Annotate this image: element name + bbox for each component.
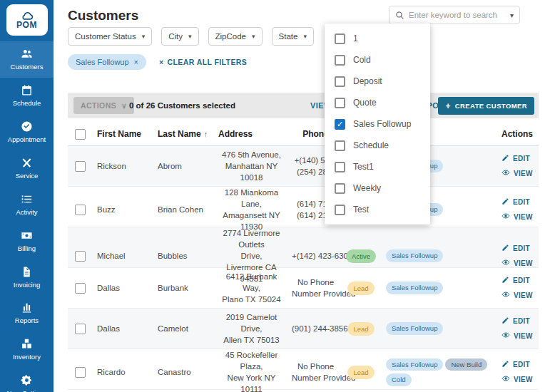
tag-chip: Cold <box>386 373 412 386</box>
filter-customer-status[interactable]: Customer Status ▾ <box>68 27 152 46</box>
cell-first-name: Dallas <box>93 324 153 333</box>
row-checkbox[interactable] <box>75 205 86 215</box>
edit-button[interactable]: EDIT <box>501 244 536 253</box>
view-row-button[interactable]: VIEW <box>501 374 536 384</box>
row-checkbox[interactable] <box>75 324 86 334</box>
view-row-button[interactable]: VIEW <box>501 331 536 341</box>
chevron-down-icon[interactable]: ▾ <box>510 11 514 19</box>
selection-count: 0 of 26 Customers selected <box>129 93 235 118</box>
cell-address: 2019 Camelot Drive,Allen TX 75013 <box>214 311 289 346</box>
search-icon <box>395 11 404 20</box>
edit-button[interactable]: EDIT <box>501 154 536 163</box>
caret-down-icon: ▾ <box>188 33 192 40</box>
edit-icon <box>501 154 509 163</box>
tag-option-deposit[interactable]: Deposit <box>325 71 430 92</box>
tag-chip: New Build <box>445 359 487 371</box>
tag-option-quote[interactable]: Quote <box>325 92 430 113</box>
sidebar-item-new-settings[interactable]: New Settings <box>0 368 54 392</box>
chevron-down-icon: ∨ <box>121 101 127 110</box>
filter-button-label: State <box>279 32 298 41</box>
create-customer-button[interactable]: + CREATE CUSTOMER <box>438 97 534 115</box>
view-row-button[interactable]: VIEW <box>501 290 536 300</box>
tag-chip: Sales Followup <box>386 359 443 371</box>
filter-zipcode[interactable]: ZipCode ▾ <box>208 27 263 46</box>
clear-all-filters-button[interactable]: × CLEAR ALL FILTERS <box>159 58 247 66</box>
cell-actions: EDIT VIEW <box>496 268 539 308</box>
tag-option-label: Test <box>353 205 369 215</box>
row-checkbox[interactable] <box>75 161 86 172</box>
tag-option-sales-followup[interactable]: ✓ Sales Followup <box>325 113 430 135</box>
view-row-button[interactable]: VIEW <box>501 212 536 222</box>
sidebar-item-label: Appointment <box>8 136 46 144</box>
tag-option-weekly[interactable]: Weekly <box>325 177 430 199</box>
invoice-icon <box>21 266 33 278</box>
edit-button[interactable]: EDIT <box>501 360 536 369</box>
tag-option-checkbox[interactable]: ✓ <box>335 119 345 130</box>
tag-option-checkbox[interactable] <box>335 162 345 172</box>
view-row-button[interactable]: VIEW <box>501 168 536 178</box>
filter-button-label: ZipCode <box>215 32 246 41</box>
sidebar-item-inventory[interactable]: Inventory <box>0 331 54 368</box>
toolbar: ACTIONS ∨ 0 of 26 Customers selected VIE… <box>68 93 539 118</box>
sidebar-item-appointment[interactable]: Appointment <box>0 114 54 150</box>
view-row-button[interactable]: VIEW <box>501 258 536 268</box>
tag-option-checkbox[interactable] <box>335 140 345 151</box>
sidebar-item-billing[interactable]: Billing <box>0 223 54 259</box>
sidebar-item-service[interactable]: Service <box>0 150 54 187</box>
row-checkbox[interactable] <box>75 251 86 262</box>
sort-up-icon: ↑ <box>204 130 208 138</box>
sidebar-item-reports[interactable]: Reports <box>0 295 54 331</box>
sidebar-item-label: Activity <box>16 209 37 217</box>
sidebar-item-customers[interactable]: Customers <box>0 41 54 78</box>
tag-option-cold[interactable]: Cold <box>325 49 430 71</box>
cell-address: 476 5th Avenue,Manhattan NY 10018 <box>214 149 289 183</box>
tag-option-checkbox[interactable] <box>335 205 345 215</box>
col-first-name[interactable]: First Name <box>93 129 153 139</box>
tag-option-test1[interactable]: Test1 <box>325 156 430 177</box>
close-icon[interactable]: × <box>134 58 138 66</box>
tag-option-checkbox[interactable] <box>335 55 345 66</box>
page-title: Customers <box>68 8 138 24</box>
tag-option-schedule[interactable]: Schedule <box>325 135 430 156</box>
cell-status: Lead <box>342 364 382 381</box>
tag-option-test[interactable]: Test <box>325 199 430 220</box>
reports-icon <box>21 301 33 314</box>
filter-state[interactable]: State ▾ <box>272 27 314 46</box>
cell-phone: No PhoneNumber Provided <box>289 361 342 383</box>
plus-icon: + <box>445 101 450 111</box>
sidebar-item-schedule[interactable]: Schedule <box>0 78 54 114</box>
col-address[interactable]: Address <box>214 129 289 139</box>
tag-option-checkbox[interactable] <box>335 33 345 44</box>
tag-option-checkbox[interactable] <box>335 98 345 108</box>
filter-button-label: Customer Status <box>75 32 136 41</box>
active-filters-row: Sales Followup × × CLEAR ALL FILTERS <box>68 54 247 70</box>
row-checkbox[interactable] <box>75 367 86 378</box>
tag-option-1[interactable]: 1 <box>325 28 430 49</box>
caret-down-icon: ▾ <box>252 33 255 40</box>
sidebar-nav: Customers Schedule Appointment Service A… <box>0 41 54 392</box>
tag-option-checkbox[interactable] <box>335 183 345 194</box>
app-logo[interactable]: POM <box>6 4 48 36</box>
activity-icon <box>21 193 33 205</box>
active-filter-chip[interactable]: Sales Followup × <box>68 54 146 70</box>
tools-icon <box>21 157 33 169</box>
table-header: First Name Last Name↑ Address Phone Acti… <box>68 123 539 146</box>
edit-button[interactable]: EDIT <box>501 316 536 326</box>
sidebar-item-activity[interactable]: Activity <box>0 187 54 223</box>
col-last-name[interactable]: Last Name↑ <box>153 129 214 139</box>
row-checkbox[interactable] <box>75 283 86 294</box>
sidebar-item-invoicing[interactable]: Invoicing <box>0 259 54 296</box>
cell-first-name: Ricardo <box>93 368 153 376</box>
actions-button[interactable]: ACTIONS ∨ <box>73 97 134 114</box>
tag-option-checkbox[interactable] <box>335 76 345 87</box>
filter-city[interactable]: City ▾ <box>161 27 198 46</box>
cell-tags: Sales Followup <box>382 321 496 336</box>
edit-button[interactable]: EDIT <box>501 276 536 285</box>
search-input[interactable] <box>409 11 506 19</box>
caret-down-icon: ▾ <box>142 33 146 40</box>
edit-button[interactable]: EDIT <box>501 197 536 207</box>
tag-chip: Sales Followup <box>386 322 443 335</box>
customers-table: First Name Last Name↑ Address Phone Acti… <box>68 123 539 390</box>
select-all-checkbox[interactable] <box>75 129 86 140</box>
cell-address: 6412 Burbank Way,Plano TX 75024 <box>214 271 289 305</box>
